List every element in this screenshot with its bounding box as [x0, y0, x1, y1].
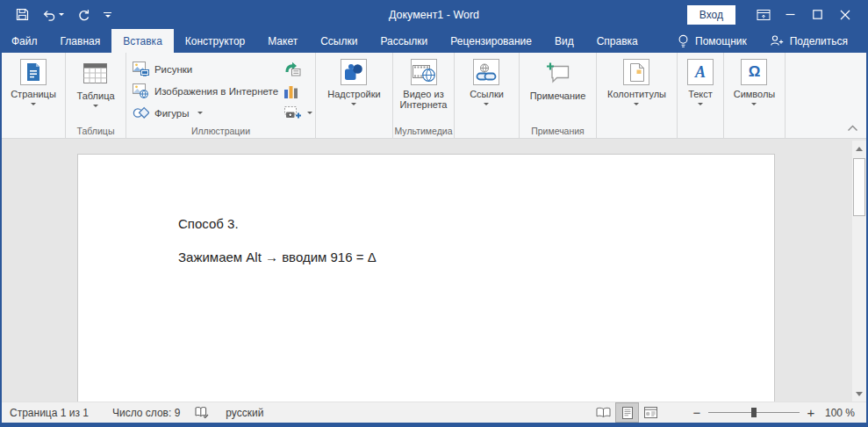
print-layout-icon — [622, 407, 633, 419]
group-label-media: Мультимедиа — [393, 126, 454, 136]
save-button[interactable] — [16, 8, 29, 21]
group-text: A Текст — [678, 53, 724, 138]
web-layout-icon — [644, 407, 657, 418]
collapse-ribbon-button[interactable] — [847, 125, 858, 132]
chevron-down-icon — [698, 103, 703, 105]
redo-button[interactable] — [77, 9, 90, 21]
proofing-status-button[interactable] — [195, 406, 209, 419]
chevron-down-icon — [351, 103, 356, 105]
page-indicator[interactable]: Страница 1 из 1 — [10, 407, 89, 419]
group-addins: Надстройки — [316, 53, 393, 138]
scrollbar-thumb[interactable] — [853, 158, 865, 216]
tab-layout[interactable]: Макет — [256, 29, 309, 53]
online-pictures-button[interactable]: Изображения в Интернете — [133, 80, 278, 102]
zoom-slider[interactable] — [708, 412, 800, 413]
zoom-level[interactable]: 100 % — [822, 407, 866, 419]
shapes-button[interactable]: Фигуры — [133, 102, 278, 124]
scroll-down-button[interactable] — [852, 387, 866, 401]
title-bar: Документ1 - Word Вход — [0, 0, 868, 29]
document-text-line[interactable]: Зажимаем Alt → вводим 916 = Δ — [178, 250, 377, 264]
zoom-out-button[interactable]: − — [685, 405, 708, 420]
sign-in-button[interactable]: Вход — [687, 5, 735, 25]
chart-button[interactable] — [284, 80, 312, 102]
word-count[interactable]: Число слов: 9 — [112, 407, 180, 419]
tab-assistant[interactable]: Помощник — [666, 29, 758, 53]
comment-icon — [546, 59, 570, 87]
print-layout-button[interactable] — [615, 402, 639, 423]
web-layout-button[interactable] — [639, 402, 663, 423]
text-icon: A — [687, 59, 714, 85]
proofing-book-icon — [195, 406, 209, 419]
tab-help[interactable]: Справка — [585, 29, 649, 53]
redo-icon — [77, 9, 90, 21]
language-indicator[interactable]: русский — [226, 407, 263, 419]
addins-button[interactable]: Надстройки — [327, 53, 380, 138]
read-mode-button[interactable] — [592, 402, 615, 423]
tab-review[interactable]: Рецензирование — [439, 29, 543, 53]
pages-button[interactable]: Страницы — [11, 53, 56, 138]
links-button[interactable]: Ссылки — [470, 53, 504, 138]
tab-file[interactable]: Файл — [0, 29, 49, 53]
customize-qat-button[interactable] — [104, 12, 111, 18]
pictures-icon — [133, 62, 149, 76]
pictures-button[interactable]: Рисунки — [133, 58, 278, 80]
chart-icon — [284, 84, 298, 98]
group-links: Ссылки — [455, 53, 520, 138]
chevron-down-icon — [197, 112, 203, 114]
text-button[interactable]: A Текст — [687, 53, 714, 138]
group-label-illustrations: Иллюстрации — [126, 126, 315, 136]
group-comments: Примечание Примечания — [520, 53, 597, 138]
tab-home[interactable]: Главная — [49, 29, 112, 53]
header-footer-button[interactable]: Колонтитулы — [607, 53, 666, 138]
status-bar: Страница 1 из 1 Число слов: 9 русский − … — [2, 402, 866, 423]
minimize-icon — [786, 10, 795, 19]
tab-mailings[interactable]: Рассылки — [369, 29, 439, 53]
addins-icon — [341, 59, 367, 85]
zoom-slider-thumb[interactable] — [751, 408, 757, 417]
zoom-in-button[interactable]: + — [800, 405, 822, 420]
online-video-icon — [411, 59, 437, 85]
maximize-button[interactable] — [804, 0, 831, 29]
close-button[interactable] — [831, 0, 858, 29]
smartart-icon — [284, 62, 301, 76]
tab-insert[interactable]: Вставка — [111, 29, 174, 53]
group-header-footer: Колонтитулы — [597, 53, 678, 138]
undo-dropdown-icon[interactable] — [59, 13, 64, 16]
chevron-down-icon — [105, 15, 111, 18]
ribbon: Страницы Таблица Таблицы Рисунки — [2, 53, 866, 139]
chevron-down-icon — [93, 105, 98, 107]
document-area: Способ 3. Зажимаем Alt → вводим 916 = Δ — [2, 139, 866, 402]
read-mode-icon — [596, 407, 611, 418]
ribbon-display-options-button[interactable] — [750, 0, 777, 29]
lightbulb-icon — [678, 34, 689, 48]
vertical-scrollbar[interactable] — [852, 141, 866, 402]
document-text-line[interactable]: Способ 3. — [178, 216, 239, 231]
tab-design[interactable]: Конструктор — [174, 29, 256, 53]
scroll-up-button[interactable] — [852, 141, 866, 156]
screenshot-icon — [284, 106, 302, 119]
tab-share[interactable]: Поделиться — [758, 29, 859, 53]
document-page[interactable]: Способ 3. Зажимаем Alt → вводим 916 = Δ — [77, 154, 775, 402]
ribbon-tab-bar: Файл Главная Вставка Конструктор Макет С… — [0, 29, 868, 53]
close-icon — [840, 10, 850, 20]
undo-icon — [42, 9, 56, 21]
chevron-down-icon — [751, 103, 757, 105]
group-media: Видео из Интернета Мультимедиа — [393, 53, 455, 138]
pages-icon — [20, 59, 47, 85]
tab-references[interactable]: Ссылки — [309, 29, 369, 53]
maximize-icon — [813, 10, 822, 19]
screenshot-button[interactable] — [284, 102, 312, 124]
chevron-down-icon — [484, 103, 489, 105]
minimize-button[interactable] — [777, 0, 804, 29]
group-illustrations: Рисунки Изображения в Интернете Фигуры — [126, 53, 316, 138]
omega-icon: Ω — [741, 59, 767, 85]
chevron-down-icon — [634, 103, 639, 105]
tab-view[interactable]: Вид — [543, 29, 585, 53]
smartart-button[interactable] — [284, 58, 312, 80]
chevron-up-icon — [847, 125, 858, 132]
links-icon — [473, 59, 499, 85]
shapes-icon — [133, 106, 149, 119]
symbols-button[interactable]: Ω Символы — [734, 53, 776, 138]
quick-access-toolbar — [0, 8, 111, 21]
undo-button[interactable] — [42, 9, 64, 21]
